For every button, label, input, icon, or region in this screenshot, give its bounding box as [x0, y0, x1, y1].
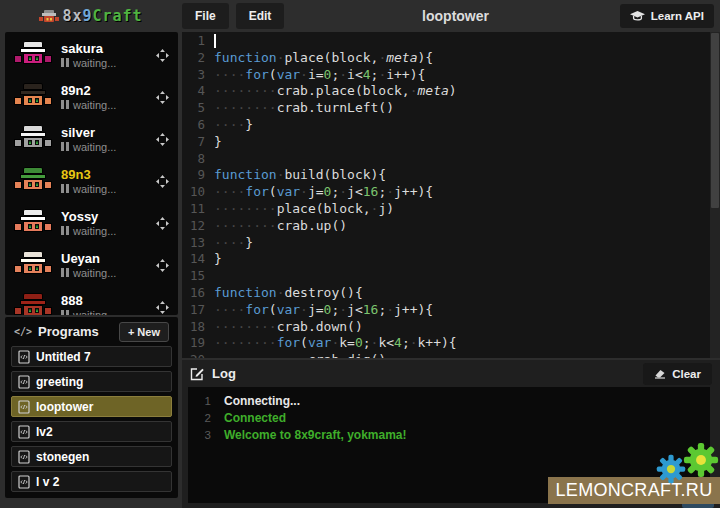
pause-icon [61, 142, 69, 151]
code-text[interactable]: ········crab.down() [214, 319, 363, 336]
player-item[interactable]: sakurawaiting... [5, 34, 178, 76]
player-item[interactable]: 89n2waiting... [5, 76, 178, 118]
code-editor[interactable]: 12function·place(block,·meta){3····for(v… [182, 32, 720, 358]
learn-api-button[interactable]: Learn API [620, 4, 714, 28]
code-text[interactable]: } [214, 134, 222, 151]
player-status-text: waiting... [73, 224, 116, 238]
pause-bar [66, 310, 69, 315]
program-item-label: Untitled 7 [36, 350, 91, 364]
crosshair-icon[interactable] [156, 49, 169, 62]
avatar-face [23, 53, 43, 64]
code-text[interactable]: ············crab.dig() [214, 352, 386, 358]
player-status: waiting... [61, 56, 147, 70]
program-list: Untitled 7greetinglooptowerlv2stonegenl … [5, 346, 178, 492]
code-line: 18········crab.down() [182, 319, 720, 336]
edit-menu-button[interactable]: Edit [236, 3, 285, 29]
line-number: 8 [182, 151, 214, 168]
avatar-face [23, 137, 43, 148]
code-text[interactable]: function·place(block,·meta){ [214, 50, 433, 67]
player-status: waiting... [61, 182, 147, 196]
program-item[interactable]: greeting [11, 371, 172, 392]
player-status: waiting... [61, 140, 147, 154]
avatar-arm-right [44, 55, 52, 63]
top-bar: 8x9Craft File Edit looptower Learn API [0, 0, 720, 32]
program-file-icon [18, 400, 30, 414]
avatar-arm-left [14, 265, 22, 273]
avatar-eye [28, 266, 32, 271]
player-name: sakura [61, 41, 147, 56]
crosshair-icon[interactable] [156, 217, 169, 230]
code-text[interactable]: ········crab.up() [214, 218, 347, 235]
line-number: 13 [182, 235, 214, 252]
code-line: 16function·destroy(){ [182, 285, 720, 302]
player-name: 888 [61, 293, 147, 308]
new-program-button[interactable]: + New [119, 322, 169, 342]
avatar-eye [35, 308, 39, 313]
player-item[interactable]: Ueyanwaiting... [5, 244, 178, 286]
line-number: 2 [182, 50, 214, 67]
program-item[interactable]: stonegen [11, 446, 172, 467]
avatar-hat [23, 41, 43, 48]
program-item[interactable]: Untitled 7 [11, 346, 172, 367]
log-line: 2Connected [188, 410, 710, 427]
line-number: 9 [182, 167, 214, 184]
log-header: Log Clear [182, 360, 720, 387]
log-title: Log [212, 366, 236, 381]
program-item-label: stonegen [36, 450, 89, 464]
avatar-eye [28, 56, 32, 61]
line-number: 16 [182, 285, 214, 302]
player-item[interactable]: silverwaiting... [5, 118, 178, 160]
crosshair-icon[interactable] [156, 91, 169, 104]
code-text[interactable]: ····} [214, 117, 253, 134]
avatar-eye [35, 182, 39, 187]
program-item[interactable]: lv2 [11, 421, 172, 442]
code-text[interactable]: } [214, 251, 222, 268]
player-status: waiting... [61, 224, 147, 238]
avatar-eye [35, 140, 39, 145]
code-text[interactable]: ····for(var·j=0;·j<16;·j++){ [214, 184, 433, 201]
crosshair-icon[interactable] [156, 133, 169, 146]
log-edit-icon [190, 367, 205, 381]
clear-button-label: Clear [672, 368, 701, 380]
code-line: 2function·place(block,·meta){ [182, 50, 720, 67]
watermark-text: LEMONCRAFT.RU [556, 480, 713, 501]
player-list: sakurawaiting...89n2waiting...silverwait… [5, 32, 178, 315]
avatar-arm-right [44, 265, 52, 273]
line-number: 18 [182, 319, 214, 336]
avatar-arm-right [44, 223, 52, 231]
learn-api-label: Learn API [651, 10, 704, 22]
clear-log-button[interactable]: Clear [643, 363, 712, 385]
avatar-face [23, 305, 43, 315]
code-text[interactable]: function·destroy(){ [214, 285, 363, 302]
code-text[interactable]: ····} [214, 235, 253, 252]
player-info: 89n3waiting... [61, 167, 147, 196]
log-line-text: Welcome to 8x9craft, yokmama! [224, 427, 407, 444]
code-line: 7} [182, 134, 720, 151]
program-file-icon [18, 375, 30, 389]
editor-scrollbar[interactable] [710, 32, 720, 358]
program-item[interactable]: l v 2 [11, 471, 172, 492]
player-item[interactable]: 89n3waiting... [5, 160, 178, 202]
avatar-arm-left [14, 139, 22, 147]
line-number: 19 [182, 335, 214, 352]
code-text[interactable]: ········crab.place(block,·meta) [214, 83, 457, 100]
player-item[interactable]: 888waiting... [5, 286, 178, 315]
scrollbar-thumb[interactable] [711, 33, 719, 208]
pause-bar [61, 58, 64, 67]
code-text[interactable]: ····for(var·i=0;·i<4;·i++){ [214, 67, 425, 84]
player-item[interactable]: Yossywaiting... [5, 202, 178, 244]
code-text[interactable]: function·build(block){ [214, 167, 386, 184]
pause-icon [61, 184, 69, 193]
crosshair-icon[interactable] [156, 259, 169, 272]
avatar-eye [28, 224, 32, 229]
code-text[interactable]: ····for(var·j=0;·j<16;·j++){ [214, 302, 433, 319]
file-menu-button[interactable]: File [182, 3, 229, 29]
programs-header: </> Programs + New [5, 317, 178, 346]
code-text[interactable]: ········crab.turnLeft() [214, 100, 394, 117]
program-item[interactable]: looptower [11, 396, 172, 417]
crosshair-icon[interactable] [156, 175, 169, 188]
program-item-label: lv2 [36, 425, 53, 439]
code-text[interactable]: ········place(block,·j) [214, 201, 394, 218]
crosshair-icon[interactable] [156, 301, 169, 314]
code-text[interactable]: ········for(var·k=0;·k<4;·k++){ [214, 335, 457, 352]
